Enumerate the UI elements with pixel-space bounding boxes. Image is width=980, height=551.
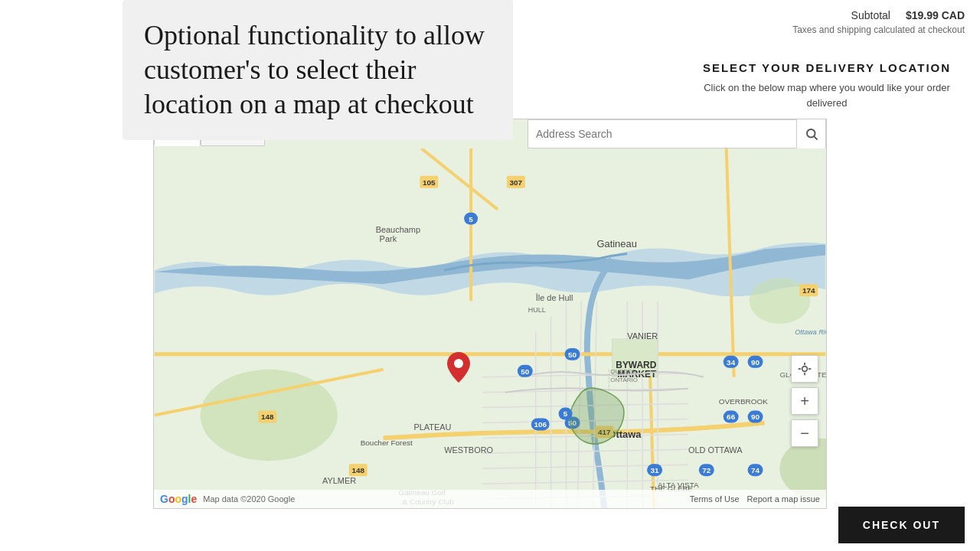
address-search-bar	[528, 119, 826, 148]
svg-text:90: 90	[751, 358, 760, 367]
svg-text:307: 307	[510, 178, 523, 187]
subtotal-label: Subtotal	[851, 9, 890, 21]
svg-text:72: 72	[702, 466, 711, 474]
svg-text:OLD OTTAWA: OLD OTTAWA	[688, 445, 743, 455]
delivery-subtitle: Click on the below map where you would l…	[689, 80, 965, 110]
svg-text:174: 174	[802, 286, 815, 295]
svg-text:VANIER: VANIER	[627, 331, 658, 341]
map-container[interactable]: Map Satellite	[153, 119, 827, 509]
locate-button[interactable]	[791, 355, 818, 383]
terms-link[interactable]: Terms of Use	[690, 494, 740, 504]
svg-text:Boucher Forest: Boucher Forest	[361, 439, 413, 447]
svg-text:HULL: HULL	[528, 306, 546, 314]
svg-text:74: 74	[751, 466, 760, 474]
map-controls: + −	[791, 355, 818, 447]
svg-text:ONTARIO: ONTARIO	[610, 377, 638, 383]
map-data-text: Map data ©2020 Google	[203, 494, 295, 504]
subtotal-value: $19.99 CAD	[906, 9, 965, 21]
svg-text:90: 90	[751, 412, 760, 421]
svg-text:AYLMER: AYLMER	[322, 476, 356, 485]
svg-text:148: 148	[261, 412, 274, 421]
svg-text:50: 50	[568, 350, 577, 359]
delivery-panel: SELECT YOUR DELIVERY LOCATION Click on t…	[689, 61, 965, 110]
zoom-in-button[interactable]: +	[791, 387, 818, 415]
svg-text:Gatineau: Gatineau	[596, 238, 637, 249]
svg-text:66: 66	[727, 412, 736, 421]
search-icon	[805, 127, 818, 141]
zoom-out-button[interactable]: −	[791, 419, 818, 447]
checkout-button[interactable]: CHECK OUT	[838, 507, 965, 543]
svg-line-1	[814, 136, 817, 139]
svg-text:Beauchamp: Beauchamp	[376, 225, 420, 234]
search-button[interactable]	[796, 119, 825, 148]
tooltip-box: Optional functionality to allow customer…	[122, 0, 513, 140]
delivery-title: SELECT YOUR DELIVERY LOCATION	[689, 61, 965, 74]
svg-text:5: 5	[564, 410, 568, 419]
google-logo: Google	[160, 493, 197, 505]
tooltip-heading: Optional functionality to allow customer…	[144, 18, 492, 122]
svg-text:OVERBROOK: OVERBROOK	[719, 397, 768, 406]
map-svg: VANIER BYWARD MARKET Ottawa WESTBORO OLD…	[154, 148, 826, 508]
svg-text:Ottawa River: Ottawa River	[795, 328, 826, 336]
svg-text:PLATEAU: PLATEAU	[413, 422, 451, 432]
svg-text:Park: Park	[380, 234, 397, 243]
report-link[interactable]: Report a map issue	[747, 494, 820, 504]
map-background: VANIER BYWARD MARKET Ottawa WESTBORO OLD…	[154, 148, 826, 508]
attribution-links: Terms of Use Report a map issue	[690, 494, 820, 504]
svg-text:34: 34	[727, 358, 736, 367]
svg-text:148: 148	[351, 466, 364, 474]
svg-text:50: 50	[521, 367, 530, 376]
svg-text:105: 105	[423, 178, 436, 187]
map-attribution: Google Map data ©2020 Google Terms of Us…	[154, 490, 826, 508]
address-search-input[interactable]	[528, 128, 796, 140]
svg-point-96	[454, 359, 463, 368]
svg-point-97	[802, 367, 808, 372]
svg-text:31: 31	[651, 466, 660, 474]
svg-point-0	[807, 129, 815, 138]
svg-text:WESTBORO: WESTBORO	[444, 445, 493, 455]
map-pin	[447, 352, 470, 386]
svg-text:Île de Hull: Île de Hull	[535, 293, 573, 302]
tax-note: Taxes and shipping calculated at checkou…	[792, 24, 965, 35]
svg-text:5: 5	[469, 215, 473, 223]
order-summary: Subtotal $19.99 CAD Taxes and shipping c…	[792, 9, 965, 35]
svg-text:106: 106	[534, 420, 547, 429]
